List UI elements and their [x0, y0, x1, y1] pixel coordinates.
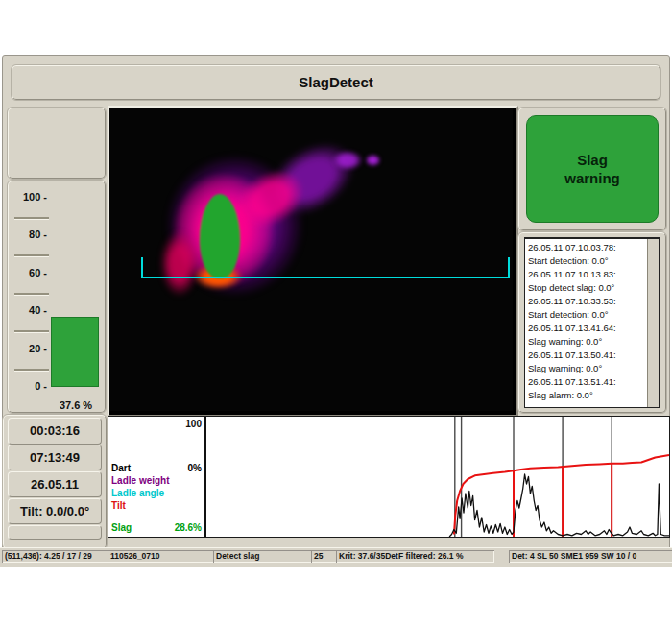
log-line: Slag warning: 0.0°	[528, 362, 645, 375]
thermal-blob-purple-spot	[328, 148, 367, 173]
slag-trend-plot	[206, 417, 669, 537]
log-line: Slag warning: 0.0°	[528, 335, 645, 349]
gauge-tick-label: 80 -	[12, 229, 47, 242]
log-line: Start detection: 0.0°	[528, 254, 645, 268]
gauge-tick-separator	[14, 369, 49, 371]
info-cell	[8, 525, 102, 540]
gauge-value-label: 37.6 %	[53, 399, 99, 411]
info-panel: 00:03:1607:13:4926.05.11Tilt: 0.0/0.0°	[3, 415, 107, 549]
thermal-blob-green-core	[200, 194, 240, 278]
page-title: SlagDetect	[12, 66, 660, 99]
gauge-tick-label: 20 -	[12, 343, 47, 356]
status-cell: 25	[311, 550, 339, 563]
log-scrollbar[interactable]	[647, 239, 659, 407]
log-line: 26.05.11 07.10.03.78:	[528, 241, 645, 254]
detection-level-line	[141, 277, 510, 278]
trend-chart-region: 100 Dart0%Ladle weightLadle angleTiltSla…	[108, 413, 670, 547]
event-log-panel: 26.05.11 07.10.03.78:Start detection: 0.…	[518, 232, 666, 413]
log-line: 26.05.11 07.13.41.64:	[528, 322, 645, 335]
thermal-image-panel	[108, 106, 518, 417]
status-cell: Krit: 37.6/35DetF filtered: 26.1 %	[336, 550, 494, 563]
status-cell: (511,436): 4.25 / 17 / 29	[2, 550, 110, 563]
legend-axis-max-label: 100	[185, 419, 202, 429]
left-blank-panel	[8, 108, 106, 179]
log-line: 26.05.11 07.10.13.83:	[528, 268, 645, 281]
trend-chart: 100 Dart0%Ladle weightLadle angleTiltSla…	[108, 416, 670, 538]
slag-level-gauge: 100 -80 -60 -40 -20 -0 - 37.6 %	[8, 181, 106, 413]
status-cell: Detect slag	[213, 550, 314, 563]
info-cell: Tilt: 0.0/0.0°	[8, 498, 102, 524]
log-line: 26.05.11 07.13.50.41:	[528, 349, 645, 362]
detection-level-left-tick	[141, 257, 143, 278]
slag-warning-label-line1: Slag	[577, 151, 608, 169]
gauge-tick-label: 40 -	[12, 304, 47, 318]
warning-panel: Slag warning	[518, 108, 666, 230]
info-cell: 07:13:49	[8, 445, 102, 470]
gauge-tick-label: 0 -	[12, 380, 47, 394]
gauge-tick-label: 60 -	[12, 267, 47, 280]
legend-row: Ladle angle	[111, 488, 202, 499]
log-line: Start detection: 0.0°	[528, 308, 645, 322]
status-cell: Det: 4 SL 50 SME1 959 SW 10 / 0	[509, 550, 672, 563]
gauge-tick-separator	[14, 330, 49, 332]
log-line: 26.05.11 07.13.51.41:	[528, 375, 645, 389]
slag-warning-label-line2: warning	[564, 169, 620, 187]
title-bar: SlagDetect	[12, 65, 660, 100]
legend-row: Ladle weight	[111, 475, 202, 487]
thermal-image[interactable]	[109, 108, 513, 411]
gauge-tick-separator	[14, 293, 49, 295]
info-cell: 00:03:16	[8, 418, 102, 445]
thermal-blob-purple-dot	[367, 156, 379, 165]
gauge-tick-separator	[14, 217, 49, 219]
legend-row: Slag28.6%	[111, 522, 202, 534]
log-text: 26.05.11 07.10.03.78:Start detection: 0.…	[528, 241, 645, 405]
legend-row: Dart0%	[111, 463, 202, 474]
slagdetect-app: SlagDetect 100 -80 -60 -40 -20 -0 - 37.6…	[0, 0, 672, 626]
gauge-tick-label: 100 -	[12, 191, 47, 205]
detection-level-right-tick	[508, 257, 510, 278]
slag-warning-button[interactable]: Slag warning	[526, 115, 659, 223]
info-cell: 26.05.11	[8, 471, 102, 497]
event-log[interactable]: 26.05.11 07.10.03.78:Start detection: 0.…	[524, 237, 660, 408]
status-bar: (511,436): 4.25 / 17 / 29110526_0710Dete…	[0, 547, 672, 567]
chart-legend: 100 Dart0%Ladle weightLadle angleTiltSla…	[108, 417, 206, 537]
log-line: Stop detect slag: 0.0°	[528, 281, 645, 295]
log-line: 26.05.11 07.10.33.53:	[528, 295, 645, 308]
gauge-bar	[51, 317, 99, 387]
legend-row: Tilt	[111, 500, 202, 512]
gauge-tick-separator	[14, 254, 49, 256]
status-cell: 110526_0710	[108, 550, 216, 563]
log-line: Slag alarm: 0.0°	[528, 389, 645, 402]
